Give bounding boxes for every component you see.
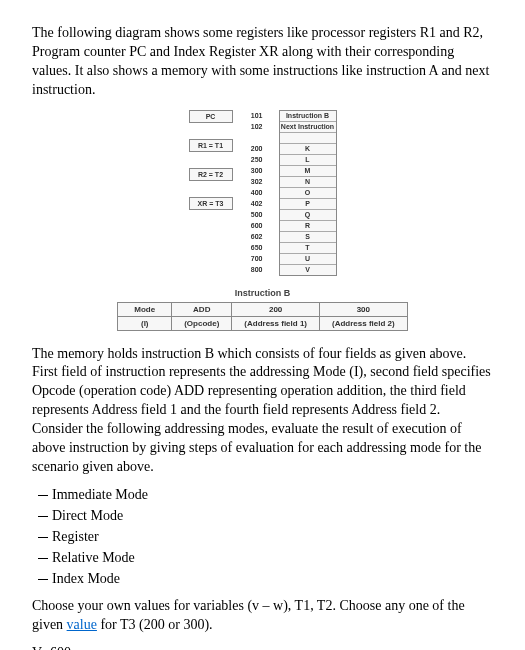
instruction-b-block: Instruction B Mode ADD 200 300 (I) (Opco… [32,288,493,331]
instr-mode-sub: (I) [118,316,172,330]
choose-paragraph: Choose your own values for variables (v … [32,597,493,635]
instr-mode: Mode [118,302,172,316]
reg-r2: R2 = T2 [189,168,233,181]
dash-icon [38,495,48,496]
mem-instruction-b: Instruction B [280,111,336,122]
register-column: PC R1 = T1 R2 = T2 XR = T3 [189,110,233,210]
dash-icon [38,516,48,517]
dash-icon [38,558,48,559]
reg-pc: PC [189,110,233,123]
address-column: 101 102 200 250 300 302 400 402 500 600 … [245,110,267,275]
given-values: V=600 W=700 T1=100 T2=200 T3=300 [32,645,493,650]
mode-register: Register [38,529,493,545]
reg-xr: XR = T3 [189,197,233,210]
memory-column: Instruction B Next Instruction K L M N O… [279,110,337,276]
intro-paragraph: The following diagram shows some registe… [32,24,493,100]
addressing-modes-list: Immediate Mode Direct Mode Register Rela… [38,487,493,587]
instr-addr1-sub: (Address field 1) [232,316,320,330]
instr-addr1: 200 [232,302,320,316]
value-link[interactable]: value [67,617,97,632]
mode-index: Index Mode [38,571,493,587]
mode-relative: Relative Mode [38,550,493,566]
instruction-b-label: Instruction B [32,288,493,298]
val-v: V=600 [32,645,493,650]
body-paragraph: The memory holds instruction B which con… [32,345,493,477]
instr-addr2-sub: (Address field 2) [320,316,408,330]
mode-immediate: Immediate Mode [38,487,493,503]
instruction-b-table: Mode ADD 200 300 (I) (Opcode) (Address f… [117,302,407,331]
mode-direct: Direct Mode [38,508,493,524]
mem-next-instruction: Next Instruction [280,122,336,133]
dash-icon [38,579,48,580]
instr-opcode-sub: (Opcode) [172,316,232,330]
instr-addr2: 300 [320,302,408,316]
reg-r1: R1 = T1 [189,139,233,152]
instr-opcode: ADD [172,302,232,316]
dash-icon [38,537,48,538]
register-memory-diagram: PC R1 = T1 R2 = T2 XR = T3 101 102 200 2… [32,110,493,276]
